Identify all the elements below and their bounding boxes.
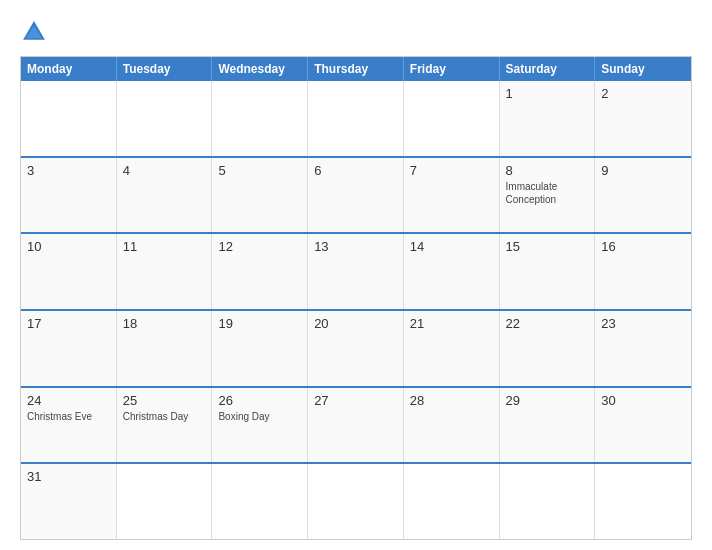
day-number: 9 (601, 163, 685, 178)
day-number: 10 (27, 239, 110, 254)
weekday-header: Sunday (595, 57, 691, 81)
day-number: 31 (27, 469, 110, 484)
day-number: 6 (314, 163, 397, 178)
logo-icon (20, 18, 48, 46)
calendar-page: MondayTuesdayWednesdayThursdayFridaySatu… (0, 0, 712, 550)
day-number: 29 (506, 393, 589, 408)
logo (20, 18, 50, 46)
day-number: 23 (601, 316, 685, 331)
day-number: 24 (27, 393, 110, 408)
calendar-cell (212, 464, 308, 539)
calendar-row: 12 (21, 81, 691, 156)
day-number: 28 (410, 393, 493, 408)
calendar-cell: 28 (404, 388, 500, 463)
calendar-cell: 14 (404, 234, 500, 309)
calendar-cell: 8Immaculate Conception (500, 158, 596, 233)
calendar-row: 10111213141516 (21, 232, 691, 309)
weekday-header: Saturday (500, 57, 596, 81)
calendar-cell: 31 (21, 464, 117, 539)
calendar-grid: MondayTuesdayWednesdayThursdayFridaySatu… (20, 56, 692, 540)
calendar-cell (404, 464, 500, 539)
calendar-cell: 25Christmas Day (117, 388, 213, 463)
weekday-header: Tuesday (117, 57, 213, 81)
calendar-cell: 12 (212, 234, 308, 309)
calendar-cell (117, 81, 213, 156)
calendar-cell (21, 81, 117, 156)
weekday-header: Thursday (308, 57, 404, 81)
day-number: 5 (218, 163, 301, 178)
calendar-cell: 21 (404, 311, 500, 386)
calendar-cell: 7 (404, 158, 500, 233)
day-number: 19 (218, 316, 301, 331)
day-event: Immaculate Conception (506, 180, 589, 206)
calendar-cell (212, 81, 308, 156)
calendar-cell: 23 (595, 311, 691, 386)
calendar-cell: 16 (595, 234, 691, 309)
weekday-header: Wednesday (212, 57, 308, 81)
calendar-cell: 11 (117, 234, 213, 309)
day-number: 26 (218, 393, 301, 408)
calendar-cell: 22 (500, 311, 596, 386)
calendar-row: 24Christmas Eve25Christmas Day26Boxing D… (21, 386, 691, 463)
day-number: 1 (506, 86, 589, 101)
calendar-cell: 24Christmas Eve (21, 388, 117, 463)
day-number: 30 (601, 393, 685, 408)
day-number: 20 (314, 316, 397, 331)
day-number: 16 (601, 239, 685, 254)
day-number: 25 (123, 393, 206, 408)
page-header (20, 18, 692, 46)
calendar-cell: 15 (500, 234, 596, 309)
day-number: 27 (314, 393, 397, 408)
day-number: 8 (506, 163, 589, 178)
calendar-cell (595, 464, 691, 539)
calendar-cell: 18 (117, 311, 213, 386)
calendar-cell: 26Boxing Day (212, 388, 308, 463)
weekday-header: Friday (404, 57, 500, 81)
calendar-cell: 1 (500, 81, 596, 156)
day-number: 21 (410, 316, 493, 331)
calendar-cell: 2 (595, 81, 691, 156)
day-event: Boxing Day (218, 410, 301, 423)
calendar-cell: 9 (595, 158, 691, 233)
day-event: Christmas Day (123, 410, 206, 423)
calendar-cell (500, 464, 596, 539)
calendar-cell: 3 (21, 158, 117, 233)
day-number: 15 (506, 239, 589, 254)
day-number: 14 (410, 239, 493, 254)
day-number: 4 (123, 163, 206, 178)
day-number: 17 (27, 316, 110, 331)
calendar-row: 345678Immaculate Conception9 (21, 156, 691, 233)
day-number: 11 (123, 239, 206, 254)
calendar-row: 17181920212223 (21, 309, 691, 386)
calendar-cell: 17 (21, 311, 117, 386)
day-number: 2 (601, 86, 685, 101)
calendar-cell: 30 (595, 388, 691, 463)
day-event: Christmas Eve (27, 410, 110, 423)
calendar-body: 12345678Immaculate Conception91011121314… (21, 81, 691, 539)
calendar-cell (308, 81, 404, 156)
calendar-cell: 20 (308, 311, 404, 386)
calendar-cell: 5 (212, 158, 308, 233)
calendar-cell: 4 (117, 158, 213, 233)
calendar-cell: 19 (212, 311, 308, 386)
day-number: 3 (27, 163, 110, 178)
calendar-cell: 6 (308, 158, 404, 233)
day-number: 18 (123, 316, 206, 331)
calendar-cell: 10 (21, 234, 117, 309)
calendar-cell (117, 464, 213, 539)
day-number: 12 (218, 239, 301, 254)
calendar-cell: 29 (500, 388, 596, 463)
day-number: 13 (314, 239, 397, 254)
calendar-header: MondayTuesdayWednesdayThursdayFridaySatu… (21, 57, 691, 81)
calendar-cell: 13 (308, 234, 404, 309)
calendar-cell (308, 464, 404, 539)
weekday-header: Monday (21, 57, 117, 81)
calendar-row: 31 (21, 462, 691, 539)
day-number: 22 (506, 316, 589, 331)
calendar-cell (404, 81, 500, 156)
calendar-cell: 27 (308, 388, 404, 463)
day-number: 7 (410, 163, 493, 178)
